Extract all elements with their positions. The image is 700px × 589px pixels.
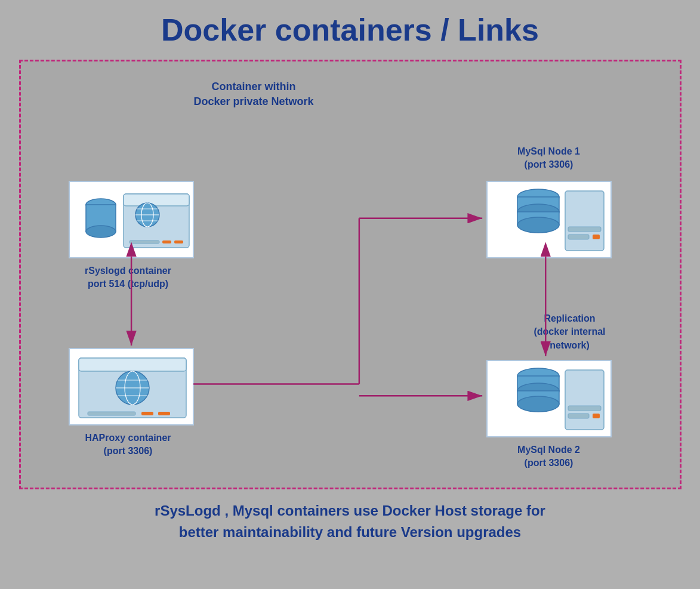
svg-rect-12 bbox=[174, 240, 183, 243]
replication-label: Replication (docker internal network) bbox=[516, 312, 624, 352]
mysql2-label: MySql Node 2 (port 3306) bbox=[474, 443, 624, 470]
svg-rect-40 bbox=[593, 414, 600, 418]
svg-point-36 bbox=[517, 396, 559, 412]
svg-point-27 bbox=[517, 217, 559, 233]
mysql1-box bbox=[486, 181, 612, 258]
svg-rect-10 bbox=[129, 240, 159, 243]
svg-rect-37 bbox=[565, 370, 604, 430]
haproxy-box bbox=[69, 348, 194, 425]
mysql2-box bbox=[486, 360, 612, 437]
svg-rect-14 bbox=[79, 358, 186, 371]
svg-rect-4 bbox=[124, 194, 189, 206]
svg-rect-20 bbox=[88, 412, 135, 415]
haproxy-label: HAProxy container (port 3306) bbox=[63, 431, 194, 458]
footer-text: rSysLogd , Mysql containers use Docker H… bbox=[52, 500, 649, 543]
page-title: Docker containers / Links bbox=[161, 12, 539, 48]
svg-rect-38 bbox=[568, 406, 601, 411]
container-label: Container within Docker private Network bbox=[194, 79, 314, 109]
svg-rect-30 bbox=[568, 235, 589, 239]
rsyslogd-box bbox=[69, 181, 194, 258]
svg-rect-28 bbox=[565, 191, 604, 251]
svg-rect-31 bbox=[593, 235, 600, 239]
mysql1-label: MySql Node 1 (port 3306) bbox=[474, 145, 624, 172]
rsyslogd-label: rSyslogd container port 514 (tcp/udp) bbox=[63, 264, 194, 291]
svg-rect-22 bbox=[158, 412, 170, 415]
svg-rect-39 bbox=[568, 414, 589, 418]
svg-rect-11 bbox=[162, 240, 171, 243]
svg-rect-29 bbox=[568, 227, 601, 232]
svg-rect-21 bbox=[141, 412, 153, 415]
svg-point-2 bbox=[86, 226, 116, 238]
main-diagram-container: Container within Docker private Network … bbox=[19, 60, 682, 489]
